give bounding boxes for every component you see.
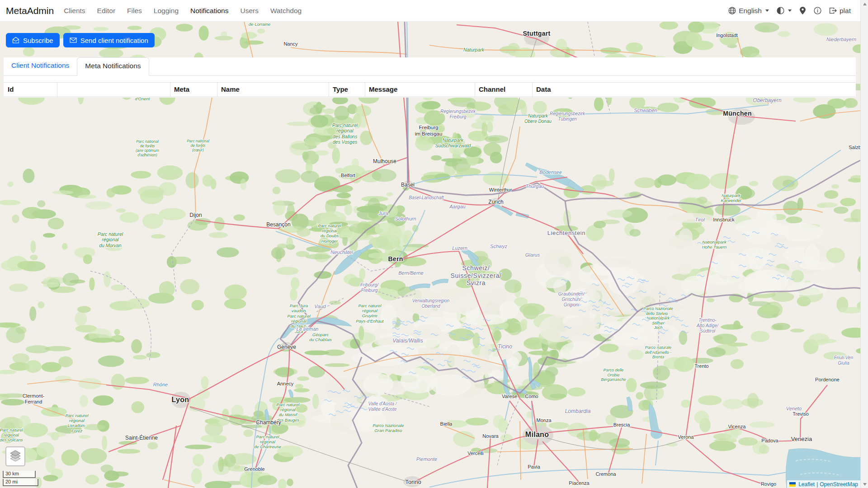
map-label: Cremona	[595, 471, 616, 477]
map-label: de-Lorraine	[249, 22, 271, 27]
vertical-scrollbar[interactable]	[860, 0, 868, 488]
scale-bar-mi: 20 mi	[3, 479, 38, 486]
navbar-right: English	[728, 7, 857, 15]
nav-item-logging[interactable]: Logging	[154, 7, 179, 15]
language-label: English	[739, 7, 762, 15]
map-label: Treviso	[793, 411, 809, 417]
map-label: Piacenza	[569, 480, 590, 486]
map-label: Vaud	[314, 304, 326, 309]
map-label: Schwaben	[634, 108, 657, 113]
brand[interactable]: MetaAdmin	[6, 5, 54, 16]
map-label: Basel-Landschaft	[409, 195, 444, 200]
map-label: Venezia	[791, 436, 812, 442]
attribution-separator: |	[816, 481, 818, 488]
map-label: Nancy	[283, 41, 298, 47]
osm-link[interactable]: OpenStreetMap	[820, 481, 858, 488]
map-label: Grenoble	[244, 466, 264, 472]
nav-item-watchdog[interactable]: Watchdog	[270, 7, 302, 15]
map-label: NaturparkObere Donau	[524, 113, 552, 124]
map-label: Tirol	[695, 217, 705, 222]
map-label: Fribourg/Freiburg	[360, 282, 379, 293]
map-label: Belfort	[341, 173, 355, 178]
column-header-id: Id	[4, 83, 57, 97]
subscribe-button[interactable]: Subscribe	[6, 33, 60, 47]
map-label: Parc Juravaudois	[290, 303, 308, 313]
column-header-name: Name	[217, 83, 329, 97]
ukraine-flag-icon	[789, 482, 796, 487]
info-button[interactable]	[814, 7, 821, 14]
language-dropdown[interactable]: English	[728, 7, 769, 15]
nav-item-notifications[interactable]: Notifications	[190, 7, 228, 15]
map-label: Zürich	[488, 199, 503, 205]
map-label: Jura	[378, 211, 388, 216]
layers-icon	[9, 450, 21, 463]
map-label: Le Léman	[297, 326, 319, 332]
toolbar: Subscribe Send client notification	[6, 33, 155, 47]
map-label: Glarus	[525, 252, 540, 258]
tab-meta-notifications[interactable]: Meta Notifications	[77, 57, 149, 76]
globe-icon	[728, 7, 736, 14]
map-label: Freiburgim Breisgau	[415, 125, 443, 136]
map-label: Bodensee	[539, 169, 562, 175]
map-label: NationalparkHohe Tauern	[702, 239, 727, 249]
geolocation-button[interactable]	[799, 7, 806, 14]
nav-item-users[interactable]: Users	[240, 7, 258, 15]
map-label: Annecy	[277, 381, 294, 386]
map-label: Aargau	[449, 204, 465, 209]
scale-bar-km: 30 km	[3, 471, 36, 478]
map-label: Géoparcdu Chablais	[309, 332, 332, 342]
map-label: Valle d'Aosta /Vallée d'Aoste	[368, 401, 397, 412]
map-label: Genève	[277, 344, 296, 350]
nav-items: Clients Editor Files Logging Notificatio…	[64, 7, 302, 15]
map-label: Vercelli	[467, 450, 483, 456]
map-label: Schwyz	[490, 244, 507, 249]
map-label: Veneto	[786, 406, 802, 411]
send-client-notification-button[interactable]: Send client notification	[63, 33, 155, 47]
map-label: Pordenone	[815, 377, 840, 382]
map-label: Naturpark	[463, 47, 485, 52]
tab-client-notifications[interactable]: Client Notifications	[4, 57, 77, 75]
scrollbar-up-arrow[interactable]	[861, 0, 868, 8]
map-label: Novara	[482, 433, 499, 439]
map-label: Ingolstadt	[716, 33, 738, 38]
map-label: Torino	[405, 479, 421, 485]
caret-down-icon	[788, 9, 792, 12]
map-label: Brescia	[613, 422, 631, 427]
map-label: Mulhouse	[373, 158, 396, 164]
contrast-icon	[777, 7, 784, 14]
leaflet-link[interactable]: Leaflet	[798, 481, 815, 488]
map-label: Dijon	[189, 212, 202, 218]
map-label: Oberbayern	[753, 97, 782, 103]
map-label: Lyon	[172, 396, 189, 404]
nav-item-files[interactable]: Files	[127, 7, 142, 15]
nav-item-editor[interactable]: Editor	[97, 7, 116, 15]
notifications-panel: Client Notifications Meta Notifications …	[4, 57, 856, 98]
map-label: Monza	[536, 418, 552, 423]
map-label: Liechtenstein	[547, 230, 585, 236]
map-label: Parc naturelrégionaldes Ballonsdes Vosge…	[332, 122, 358, 145]
map-label: Milano	[525, 431, 549, 438]
map-label: Parco NazionaleGran Paradiso	[373, 423, 404, 433]
nav-item-clients[interactable]: Clients	[64, 7, 85, 15]
map-label: Varese	[502, 394, 517, 399]
map-label: Thurgau	[526, 183, 544, 189]
session-label: plat	[840, 7, 851, 15]
envelope-icon	[70, 37, 77, 44]
map-label: Bern/Berne	[398, 270, 424, 276]
layers-control[interactable]	[5, 446, 25, 466]
caret-down-icon	[765, 9, 769, 12]
scrollbar-down-arrow[interactable]	[861, 480, 868, 488]
map-label: Verona	[678, 434, 694, 440]
navbar: MetaAdmin Clients Editor Files Logging N…	[0, 0, 868, 22]
map-label: Basel	[401, 182, 415, 188]
map-label: Saint-Étienne	[125, 434, 158, 441]
logout-button[interactable]: plat	[829, 7, 851, 15]
map-label: Biella	[440, 421, 453, 427]
map-label: Bern	[388, 255, 403, 263]
map-label: Como	[525, 394, 538, 399]
send-label: Send client notification	[80, 37, 148, 44]
map-label: Padova	[761, 438, 778, 443]
subscribe-label: Subscribe	[23, 37, 53, 44]
theme-toggle-dropdown[interactable]	[777, 7, 792, 14]
map-label: NaturparkKarwendel	[721, 193, 742, 203]
